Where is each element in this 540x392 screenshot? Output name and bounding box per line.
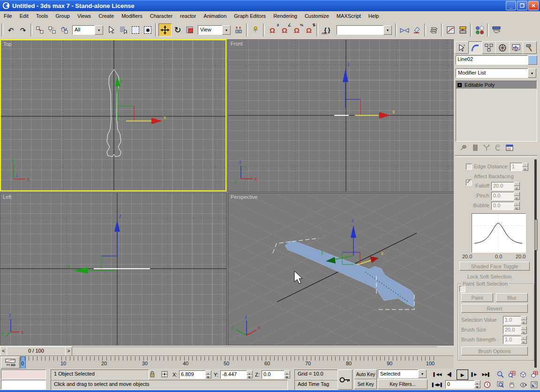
tab-hierarchy[interactable] <box>482 41 496 54</box>
y-coordinate-spinner[interactable] <box>247 370 253 378</box>
time-configuration-button[interactable] <box>482 380 492 389</box>
rectangular-selection-button[interactable] <box>129 24 142 36</box>
falloff-field[interactable]: 20.0 <box>491 182 516 190</box>
bubble-spinner[interactable] <box>514 202 520 210</box>
blur-button[interactable]: Blur <box>496 293 528 302</box>
layer-manager-button[interactable] <box>428 24 440 36</box>
absolute-offset-toggle[interactable] <box>159 369 170 379</box>
menu-reactor[interactable]: reactor <box>176 12 200 20</box>
stack-row-editable-poly[interactable]: + Editable Poly <box>456 81 537 89</box>
key-mode-toggle-button[interactable]: ▌◀▶▌ <box>432 380 443 389</box>
auto-key-button[interactable]: Auto Key <box>354 369 377 379</box>
pinch-spinner[interactable] <box>514 192 520 200</box>
y-coordinate-field[interactable]: -8.447 <box>220 370 248 379</box>
menu-maxscript[interactable]: MAXScript <box>333 12 365 20</box>
add-time-tag[interactable]: Add Time Tag <box>294 380 340 390</box>
tab-motion[interactable] <box>495 41 510 54</box>
modifier-list-dropdown[interactable]: Modifier List ▼ <box>456 68 536 78</box>
zoom-extents-all-button[interactable] <box>529 369 540 379</box>
selection-lock-button[interactable] <box>147 369 158 379</box>
schematic-view-button[interactable] <box>457 24 469 36</box>
percent-snap-button[interactable]: Ω% <box>291 24 303 36</box>
shaded-face-toggle-button[interactable]: Shaded Face Toggle <box>459 262 530 271</box>
maxscript-mini-listener-pink[interactable] <box>1 369 46 379</box>
mirror-button[interactable]: ▷◁ <box>398 24 411 36</box>
object-color-swatch[interactable] <box>528 55 537 65</box>
set-key-toggle-button[interactable] <box>338 369 352 390</box>
close-button[interactable]: ✕ <box>528 1 539 10</box>
pan-button[interactable] <box>506 380 517 389</box>
time-slider-track[interactable] <box>72 347 437 356</box>
select-and-manipulate-button[interactable] <box>249 24 262 36</box>
tab-modify[interactable] <box>468 41 482 54</box>
configure-modifier-sets-icon[interactable] <box>505 144 514 151</box>
time-slider-thumb[interactable]: 0 / 100 <box>7 347 66 356</box>
minimize-button[interactable]: _ <box>506 1 516 10</box>
tab-create[interactable] <box>455 41 469 54</box>
viewport-perspective[interactable]: Perspective <box>228 193 454 346</box>
zoom-extents-button[interactable] <box>518 369 528 379</box>
named-selection-sets-button[interactable]: { } ABC <box>320 24 335 36</box>
remove-modifier-icon[interactable] <box>495 144 501 151</box>
material-editor-button[interactable] <box>473 24 486 36</box>
brush-options-button[interactable]: Brush Options <box>461 347 528 355</box>
selection-value-field[interactable]: 1.0 <box>503 316 523 324</box>
viewport-top[interactable]: Top y x y x z <box>0 39 226 191</box>
undo-button[interactable]: ↶ <box>5 24 17 36</box>
min-max-toggle-button[interactable] <box>529 380 540 389</box>
time-slider-next-button[interactable]: > <box>65 347 72 356</box>
expand-icon[interactable]: + <box>458 83 462 87</box>
bind-to-space-warp-button[interactable] <box>58 24 70 36</box>
affect-backfacing-checkbox[interactable] <box>466 180 472 186</box>
menu-file[interactable]: File <box>0 12 16 20</box>
pinch-field[interactable]: 0.0 <box>491 192 516 200</box>
align-button[interactable] <box>411 24 423 36</box>
menu-edit[interactable]: Edit <box>16 12 32 20</box>
current-frame-spinner[interactable] <box>474 380 480 388</box>
render-scene-button[interactable] <box>490 24 502 36</box>
key-scope-dropdown[interactable]: Selected ▼ <box>378 369 427 378</box>
menu-character[interactable]: Character <box>146 12 176 20</box>
pin-stack-icon[interactable] <box>459 144 468 151</box>
unlink-selection-button[interactable] <box>46 24 58 36</box>
select-and-scale-button[interactable] <box>184 24 196 36</box>
edge-distance-spinner[interactable] <box>522 163 528 171</box>
reference-coordinate-dropdown[interactable]: View ▼ <box>198 25 231 35</box>
zoom-all-button[interactable] <box>506 369 517 379</box>
time-slider-prev-button[interactable]: < <box>0 347 7 356</box>
menu-tools[interactable]: Tools <box>32 12 52 20</box>
menu-rendering[interactable]: Rendering <box>270 12 301 20</box>
object-name-field[interactable]: Line02 <box>456 55 528 65</box>
tab-utilities[interactable] <box>523 41 537 54</box>
set-key-button[interactable]: Set Key <box>354 379 377 389</box>
edge-distance-checkbox[interactable] <box>466 164 472 170</box>
select-object-button[interactable] <box>105 24 117 36</box>
zoom-button[interactable] <box>495 369 506 379</box>
arc-rotate-button[interactable] <box>518 380 528 389</box>
make-unique-icon[interactable] <box>483 144 490 151</box>
menu-views[interactable]: Views <box>74 12 95 20</box>
brush-strength-spinner[interactable] <box>521 336 527 344</box>
tab-display[interactable] <box>509 41 523 54</box>
viewport-front[interactable]: Front z x z x y <box>228 39 454 192</box>
z-coordinate-field[interactable]: 0.0 <box>262 370 286 379</box>
snap-toggle-button[interactable]: Ω3 <box>266 24 278 36</box>
maxscript-mini-listener-white[interactable] <box>1 380 46 390</box>
spinner-snap-button[interactable]: Ω⇅ <box>303 24 315 36</box>
paint-button[interactable]: Paint <box>461 293 493 302</box>
brush-size-spinner[interactable] <box>521 326 527 334</box>
bubble-field[interactable]: 0.0 <box>491 202 516 210</box>
select-and-move-button[interactable] <box>158 23 172 37</box>
redo-button[interactable]: ↷ <box>17 24 29 36</box>
select-by-name-button[interactable] <box>117 24 129 36</box>
x-coordinate-field[interactable]: 6.809 <box>179 370 207 379</box>
key-filters-button[interactable]: Key Filters... <box>378 379 428 389</box>
play-button[interactable]: ▶ <box>457 369 468 380</box>
menu-modifiers[interactable]: Modifiers <box>118 12 146 20</box>
window-crossing-button[interactable] <box>142 24 154 36</box>
revert-button[interactable]: Revert <box>461 304 528 313</box>
curve-editor-button[interactable] <box>444 24 457 36</box>
menu-customize[interactable]: Customize <box>301 12 333 20</box>
viewport-left[interactable]: Left z y z y x <box>0 193 227 346</box>
panel-scrollbar-thumb[interactable] <box>534 219 538 250</box>
